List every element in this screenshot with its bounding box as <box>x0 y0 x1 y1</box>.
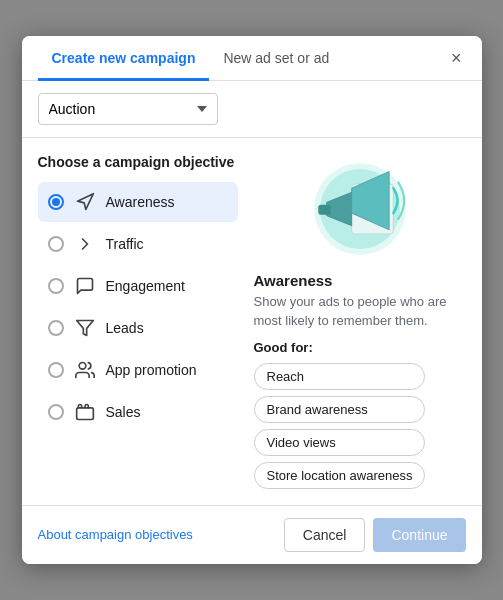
engagement-icon <box>74 275 96 297</box>
close-button[interactable]: × <box>447 45 466 71</box>
objective-label-engagement: Engagement <box>106 278 185 294</box>
objective-item-engagement[interactable]: Engagement <box>38 266 238 306</box>
svg-rect-11 <box>318 205 331 215</box>
tag-reach: Reach <box>254 363 426 390</box>
traffic-icon <box>74 233 96 255</box>
radio-app-promotion <box>48 362 64 378</box>
main-content: Choose a campaign objective Awareness <box>22 138 482 504</box>
objective-item-sales[interactable]: Sales <box>38 392 238 432</box>
awareness-icon <box>74 191 96 213</box>
app-promotion-icon <box>74 359 96 381</box>
objective-item-leads[interactable]: Leads <box>38 308 238 348</box>
sales-icon <box>74 401 96 423</box>
continue-button: Continue <box>373 518 465 552</box>
leads-icon <box>74 317 96 339</box>
about-link[interactable]: About campaign objectives <box>38 527 193 542</box>
auction-dropdown[interactable]: Auction Reach and frequency <box>38 93 218 125</box>
cancel-button[interactable]: Cancel <box>284 518 366 552</box>
tags-list: Reach Brand awareness Video views Store … <box>254 363 426 489</box>
objective-label-leads: Leads <box>106 320 144 336</box>
radio-leads <box>48 320 64 336</box>
detail-title: Awareness <box>254 272 333 289</box>
detail-description: Show your ads to people who are most lik… <box>254 293 466 329</box>
tag-store-location: Store location awareness <box>254 462 426 489</box>
tag-video-views: Video views <box>254 429 426 456</box>
tab-new-ad-set[interactable]: New ad set or ad <box>209 36 343 81</box>
tabs-bar: Create new campaign New ad set or ad × <box>22 36 482 81</box>
dropdown-row: Auction Reach and frequency <box>22 81 482 138</box>
modal-footer: About campaign objectives Cancel Continu… <box>22 505 482 564</box>
tab-create-campaign[interactable]: Create new campaign <box>38 36 210 81</box>
svg-rect-2 <box>76 408 93 420</box>
section-title: Choose a campaign objective <box>38 154 238 170</box>
objective-label-app-promotion: App promotion <box>106 362 197 378</box>
objective-item-app-promotion[interactable]: App promotion <box>38 350 238 390</box>
objective-item-traffic[interactable]: Traffic <box>38 224 238 264</box>
right-panel: Awareness Show your ads to people who ar… <box>254 154 466 488</box>
objective-list: Awareness Traffic <box>38 182 238 432</box>
svg-point-1 <box>79 363 86 370</box>
good-for-label: Good for: <box>254 340 313 355</box>
radio-awareness <box>48 194 64 210</box>
objective-item-awareness[interactable]: Awareness <box>38 182 238 222</box>
radio-engagement <box>48 278 64 294</box>
radio-traffic <box>48 236 64 252</box>
tag-brand-awareness: Brand awareness <box>254 396 426 423</box>
objective-label-awareness: Awareness <box>106 194 175 210</box>
radio-sales <box>48 404 64 420</box>
svg-marker-0 <box>76 321 93 336</box>
objective-label-traffic: Traffic <box>106 236 144 252</box>
objective-label-sales: Sales <box>106 404 141 420</box>
awareness-illustration <box>295 154 425 264</box>
left-panel: Choose a campaign objective Awareness <box>38 154 238 488</box>
modal: Create new campaign New ad set or ad × A… <box>22 36 482 563</box>
footer-buttons: Cancel Continue <box>284 518 466 552</box>
